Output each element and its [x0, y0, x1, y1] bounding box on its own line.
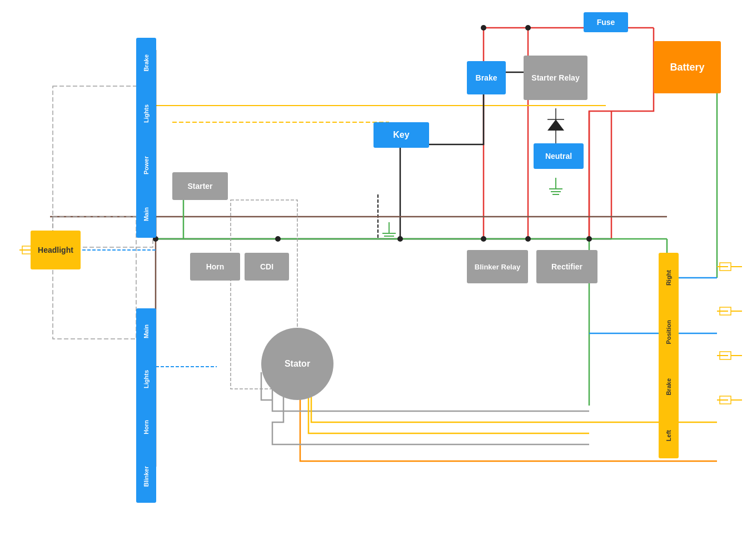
main-connector-group-top: Brake Lights Power Main [136, 38, 156, 238]
main-connector-group-bottom: Main Lights Horn Blinker [136, 308, 156, 503]
starter-component: Starter [172, 172, 228, 200]
stator-component: Stator [261, 328, 333, 400]
main-label-bottom: Main [143, 324, 150, 338]
horn-label-bottom: Horn [143, 420, 150, 434]
brake-label: Brake [143, 54, 150, 72]
headlight-component: Headlight [31, 231, 81, 269]
battery-component: Battery [654, 41, 721, 93]
horn-component: Horn [190, 253, 240, 281]
main-label-top: Main [143, 207, 150, 221]
lights-label: Lights [143, 104, 150, 123]
wiring-diagram [0, 0, 747, 560]
rectifier-component: Rectifier [536, 250, 597, 283]
svg-point-17 [397, 236, 403, 242]
svg-point-22 [481, 25, 486, 31]
svg-point-21 [525, 25, 531, 31]
blinker-relay-component: Blinker Relay [467, 250, 528, 283]
right-connector-group: Right Position Brake Left [659, 253, 679, 458]
svg-point-20 [586, 236, 592, 242]
left-label: Left [665, 430, 672, 441]
cdi-component: CDI [245, 253, 289, 281]
fuse-component: Fuse [584, 12, 628, 32]
brake-label-right: Brake [665, 378, 672, 396]
neutral-component: Neutral [534, 143, 584, 169]
brake-switch-component: Brake [467, 61, 506, 94]
svg-point-16 [275, 236, 281, 242]
svg-point-19 [525, 236, 531, 242]
blinker-label-bottom: Blinker [143, 466, 150, 487]
power-label: Power [143, 156, 150, 174]
right-label: Right [665, 270, 672, 286]
position-label: Position [665, 320, 672, 344]
key-component: Key [374, 122, 429, 148]
svg-point-18 [481, 236, 486, 242]
svg-marker-24 [547, 119, 564, 131]
lights-label-bottom: Lights [143, 370, 150, 388]
starter-relay-component: Starter Relay [524, 56, 587, 100]
